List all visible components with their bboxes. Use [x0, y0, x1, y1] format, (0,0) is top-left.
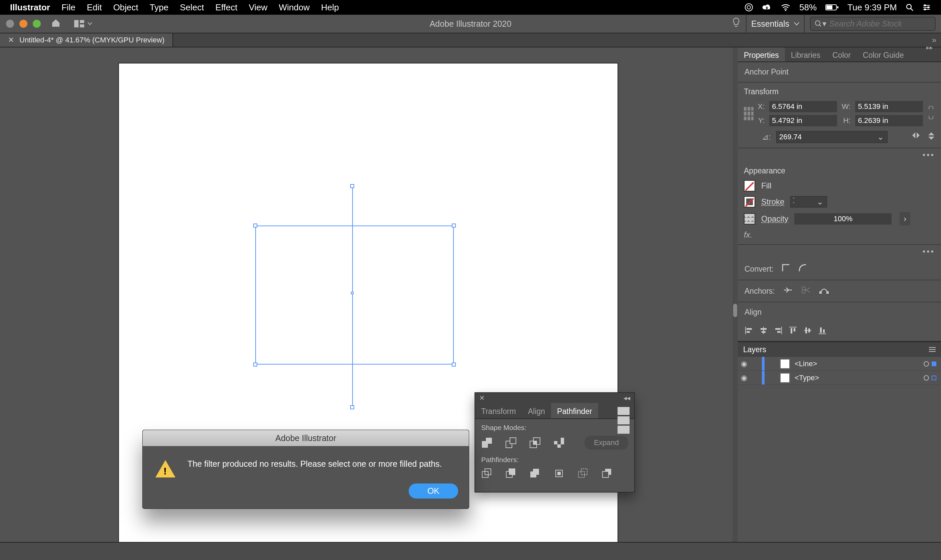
arrange-documents-icon[interactable]	[74, 20, 92, 28]
stroke-swatch[interactable]	[744, 196, 755, 208]
opacity-label[interactable]: Opacity	[761, 214, 788, 223]
layer-row[interactable]: ◉ <Type>	[738, 371, 941, 385]
target-icon[interactable]	[924, 361, 929, 366]
search-stock-field[interactable]: ▾	[810, 17, 936, 31]
workspace-switcher[interactable]: Essentials	[746, 14, 805, 33]
tab-libraries[interactable]: Libraries	[785, 48, 826, 62]
menu-select[interactable]: Select	[180, 2, 204, 13]
collapse-panel-icon[interactable]: ◂◂	[624, 394, 630, 402]
anchor-handle[interactable]	[351, 292, 354, 294]
h-input[interactable]	[855, 115, 923, 126]
collapse-dock-icon[interactable]: ▸▸	[920, 40, 939, 55]
menu-help[interactable]: Help	[321, 2, 339, 13]
anchor-handle[interactable]	[452, 363, 456, 366]
unite-icon[interactable]	[481, 437, 492, 448]
vertical-scrollbar[interactable]	[732, 48, 738, 560]
merge-icon[interactable]	[529, 468, 541, 479]
anchor-handle[interactable]	[452, 223, 456, 228]
close-tab-icon[interactable]: ✕	[8, 36, 14, 45]
align-top-icon[interactable]	[789, 326, 797, 337]
collapsed-tool-panel[interactable]	[0, 48, 5, 560]
exclude-icon[interactable]	[554, 437, 565, 448]
document-tab[interactable]: ✕ Untitled-4* @ 41.67% (CMYK/GPU Preview…	[0, 34, 173, 47]
panel-menu-icon[interactable]	[613, 403, 634, 418]
trim-icon[interactable]	[505, 468, 517, 479]
align-left-icon[interactable]	[744, 326, 753, 337]
flip-horizontal-icon[interactable]	[912, 132, 920, 142]
cc-icon[interactable]	[744, 3, 753, 12]
fx-button[interactable]: fx.	[744, 230, 935, 240]
minus-front-icon[interactable]	[505, 437, 517, 448]
layer-thumbnail[interactable]	[780, 373, 790, 383]
tab-transform[interactable]: Transform	[475, 403, 522, 418]
align-vcenter-icon[interactable]	[803, 326, 812, 337]
zoom-window[interactable]	[33, 20, 41, 28]
align-bottom-icon[interactable]	[818, 326, 827, 337]
menu-view[interactable]: View	[249, 2, 268, 13]
more-options-icon[interactable]: •••	[738, 245, 941, 258]
reference-point-grid[interactable]	[744, 107, 753, 120]
layers-title[interactable]: Layers	[743, 345, 766, 354]
layer-row[interactable]: ◉ <Line>	[738, 357, 941, 371]
opacity-swatch[interactable]	[744, 213, 755, 225]
selection-bounds[interactable]	[255, 186, 454, 407]
tips-bulb-icon[interactable]	[732, 17, 741, 30]
layer-name[interactable]: <Line>	[795, 360, 924, 368]
close-panel-icon[interactable]: ✕	[479, 394, 485, 402]
anchor-handle[interactable]	[350, 405, 354, 409]
remove-anchor-icon[interactable]	[783, 286, 793, 296]
fill-swatch[interactable]	[744, 180, 755, 191]
connect-endpoints-icon[interactable]	[819, 286, 829, 296]
selected-rect-path[interactable]	[255, 226, 454, 365]
close-window[interactable]	[6, 20, 14, 28]
panel-menu-icon[interactable]	[929, 347, 936, 352]
menu-type[interactable]: Type	[150, 2, 168, 13]
menu-effect[interactable]: Effect	[215, 2, 237, 13]
x-input[interactable]	[769, 101, 837, 112]
more-options-icon[interactable]: •••	[738, 148, 941, 162]
stroke-weight-input[interactable]: ˄˅ ⌄	[790, 196, 827, 208]
home-icon[interactable]	[51, 18, 61, 29]
pathfinder-panel[interactable]: ✕ ◂◂ Transform Align Pathfinder Shape Mo…	[475, 392, 635, 492]
intersect-icon[interactable]	[529, 437, 541, 448]
chevron-down-icon[interactable]: ⌄	[874, 132, 887, 142]
spotlight-icon[interactable]	[906, 3, 913, 11]
menu-edit[interactable]: Edit	[87, 2, 102, 13]
convert-corner-icon[interactable]	[782, 264, 790, 274]
layer-thumbnail[interactable]	[780, 359, 790, 369]
cloud-sync-icon[interactable]	[762, 3, 772, 11]
app-name[interactable]: Illustrator	[10, 2, 50, 13]
search-stock-input[interactable]	[829, 19, 931, 28]
rotate-value[interactable]	[776, 131, 874, 143]
opacity-popup-icon[interactable]: ›	[899, 212, 910, 226]
y-input[interactable]	[769, 115, 837, 126]
minus-back-icon[interactable]	[601, 468, 613, 479]
cut-path-icon[interactable]	[801, 286, 811, 296]
layer-name[interactable]: <Type>	[795, 374, 924, 382]
target-icon[interactable]	[924, 375, 929, 381]
flip-vertical-icon[interactable]	[928, 132, 935, 142]
visibility-icon[interactable]: ◉	[738, 374, 750, 382]
w-input[interactable]	[855, 101, 923, 112]
anchor-handle[interactable]	[253, 363, 257, 366]
tab-color[interactable]: Color	[826, 48, 857, 62]
minimize-window[interactable]	[19, 20, 28, 28]
tab-pathfinder[interactable]: Pathfinder	[551, 403, 598, 418]
menu-file[interactable]: File	[62, 2, 75, 13]
divide-icon[interactable]	[481, 468, 492, 479]
crop-icon[interactable]	[554, 468, 565, 479]
anchor-handle[interactable]	[253, 223, 257, 228]
tab-color-guide[interactable]: Color Guide	[857, 48, 910, 62]
menu-object[interactable]: Object	[113, 2, 138, 13]
ok-button[interactable]: OK	[409, 483, 458, 498]
control-center-icon[interactable]	[922, 4, 931, 11]
visibility-icon[interactable]: ◉	[738, 360, 750, 368]
align-hcenter-icon[interactable]	[759, 326, 768, 337]
anchor-handle[interactable]	[350, 184, 354, 188]
menu-window[interactable]: Window	[279, 2, 309, 13]
outline-icon[interactable]	[577, 468, 589, 479]
constrain-proportions-icon[interactable]	[927, 106, 935, 121]
tab-align[interactable]: Align	[522, 403, 551, 418]
stroke-label[interactable]: Stroke	[761, 197, 784, 206]
wifi-icon[interactable]	[781, 3, 790, 11]
